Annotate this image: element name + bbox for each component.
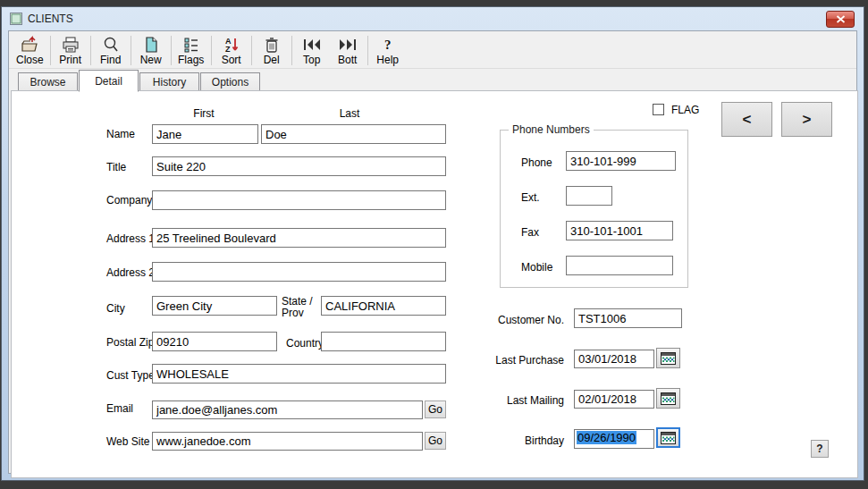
phone-input[interactable] [566,151,676,171]
previous-record-button[interactable]: < [721,102,772,137]
last-purchase-input[interactable] [574,350,654,368]
new-button[interactable]: New [133,33,169,68]
birthday-label: Birthday [430,434,564,447]
toolbar-label: Del [264,54,280,66]
mobile-label: Mobile [521,261,552,274]
fax-input[interactable] [566,221,673,240]
toolbar-separator [171,36,172,65]
tab-label: Options [212,76,249,89]
fax-label: Fax [521,226,539,239]
toolbar-separator [251,36,252,65]
last-purchase-label: Last Purchase [430,354,564,367]
clients-window: CLIENTS Close [1,6,864,481]
context-help-button[interactable]: ? [811,440,829,458]
toolbar-label: Top [303,54,320,66]
last-purchase-calendar-button[interactable] [656,348,680,368]
close-folder-icon [20,36,39,54]
phone-group-title: Phone Numbers [509,123,594,136]
tab-strip: Browse Detail History Options [9,69,856,91]
search-icon [101,36,121,54]
birthday-input[interactable]: 09/26/1990 [574,429,654,449]
mobile-input[interactable] [566,256,673,275]
birthday-selected-text: 09/26/1990 [577,431,636,444]
next-record-button[interactable]: > [781,102,832,137]
toolbar: Close Print Find [9,31,856,69]
state-label-line1: State / [282,295,313,308]
toolbar-separator [90,36,91,65]
name-label: Name [106,128,135,140]
address2-input[interactable] [152,262,446,282]
toolbar-separator [131,36,131,65]
toolbar-label: Close [16,54,44,66]
phone-label: Phone [521,156,552,169]
tab-detail[interactable]: Detail [79,70,139,92]
flags-list-icon [181,36,201,54]
sort-az-icon: A Z [222,36,241,54]
postal-zip-input[interactable] [152,332,277,351]
toolbar-label: Help [376,54,399,66]
go-bottom-icon [337,36,358,54]
cust-type-label: Cust Type [106,369,155,382]
tab-label: History [153,76,186,89]
flags-button[interactable]: Flags [173,33,209,68]
last-mailing-calendar-button[interactable] [656,388,680,409]
title-input[interactable] [152,156,446,176]
flag-checkbox[interactable] [653,104,664,115]
state-label-line2: Prov [282,307,304,319]
toolbar-separator [291,36,292,65]
tab-browse[interactable]: Browse [18,72,78,91]
title-bar[interactable]: CLIENTS [2,7,864,30]
company-input[interactable] [152,190,446,210]
help-icon: ? [378,36,398,54]
address2-label: Address 2 [106,266,155,279]
calendar-icon [661,392,676,405]
new-document-icon [141,36,161,54]
toolbar-separator [211,36,212,65]
toolbar-label: Find [100,54,121,66]
close-button[interactable]: Close [12,33,48,68]
first-column-header: First [168,107,240,120]
flag-label: FLAG [671,104,699,116]
city-input[interactable] [152,296,277,316]
customer-no-input[interactable] [574,308,682,328]
birthday-calendar-button[interactable] [656,427,680,448]
address1-input[interactable] [152,228,446,248]
trash-icon [262,36,282,54]
tab-label: Detail [95,75,122,88]
country-input[interactable] [321,332,446,351]
sort-button[interactable]: A Z Sort [214,33,249,68]
window-body: Close Print Find [8,30,857,474]
last-mailing-input[interactable] [574,390,654,409]
top-button[interactable]: Top [294,33,330,68]
phone-numbers-group: Phone Numbers Phone Ext. Fax Mobile [500,130,688,288]
state-prov-label: State / Prov [282,296,313,319]
tab-history[interactable]: History [139,72,199,91]
svg-text:?: ? [384,38,392,52]
help-button[interactable]: ? Help [370,33,406,68]
cust-type-input[interactable] [152,364,446,384]
bottom-button[interactable]: Bott [330,33,366,68]
last-name-input[interactable] [261,124,446,144]
tab-options[interactable]: Options [200,72,260,91]
city-label: City [106,302,125,315]
printer-icon [61,36,80,54]
email-input[interactable] [152,400,423,419]
window-close-button[interactable] [826,11,855,28]
app-icon [10,13,22,25]
address1-label: Address 1 [106,232,155,245]
web-site-label: Web Site [106,435,149,448]
go-top-icon [301,36,323,54]
delete-button[interactable]: Del [254,33,290,68]
toolbar-label: New [140,54,162,66]
find-button[interactable]: Find [93,33,129,68]
toolbar-separator [50,36,51,65]
detail-panel: First Last Name Title Company Address 1 … [11,90,858,478]
nav-toolbar-group: Top Bott [294,33,366,68]
toolbar-label: Flags [178,54,204,66]
print-button[interactable]: Print [53,33,88,68]
ext-input[interactable] [566,186,612,206]
state-input[interactable] [321,296,446,316]
last-mailing-label: Last Mailing [430,394,564,407]
web-site-input[interactable] [152,432,423,451]
first-name-input[interactable] [152,124,258,144]
